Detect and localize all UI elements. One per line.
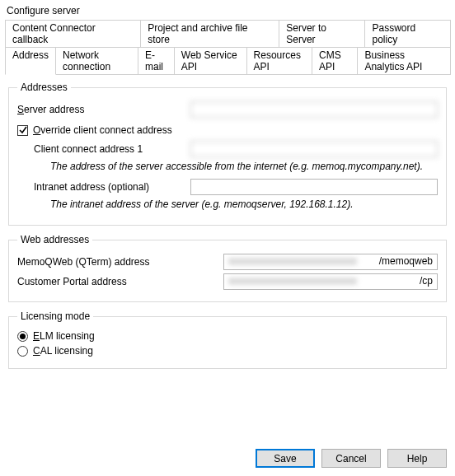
- portal-label: Customer Portal address: [17, 276, 223, 287]
- dialog-buttons: Save Cancel Help: [256, 449, 447, 468]
- radio-icon: [17, 331, 28, 342]
- portal-input[interactable]: [223, 273, 438, 290]
- cal-label: CAL licensing: [33, 345, 93, 357]
- tab-business-analytics-api[interactable]: Business Analytics API: [357, 47, 451, 75]
- tab-server-to-server[interactable]: Server to Server: [279, 20, 365, 48]
- addresses-group: Addresses Server address Override client…: [8, 82, 447, 226]
- addresses-legend: Addresses: [17, 82, 71, 93]
- intranet-input[interactable]: [190, 179, 438, 195]
- help-button[interactable]: Help: [387, 449, 447, 468]
- override-checkbox[interactable]: Override client connect address: [17, 124, 438, 136]
- page-body: Addresses Server address Override client…: [5, 74, 450, 380]
- elm-label: ELM licensing: [33, 330, 95, 342]
- server-address-input[interactable]: [190, 101, 438, 118]
- tab-email[interactable]: E-mail: [138, 47, 175, 75]
- intranet-hint: The intranet address of the server (e.g.…: [50, 198, 438, 210]
- client-connect-input[interactable]: [190, 141, 438, 157]
- save-button[interactable]: Save: [256, 449, 315, 468]
- licensing-legend: Licensing mode: [17, 310, 93, 322]
- tab-resources-api[interactable]: Resources API: [246, 47, 313, 75]
- web-addresses-group: Web addresses MemoQWeb (QTerm) address x…: [8, 234, 447, 302]
- cancel-button[interactable]: Cancel: [321, 449, 381, 468]
- memoqweb-label: MemoQWeb (QTerm) address: [17, 256, 223, 268]
- intranet-label: Intranet address (optional): [34, 181, 190, 193]
- tab-password-policy[interactable]: Password policy: [364, 20, 451, 48]
- licensing-group: Licensing mode ELM licensing CAL licensi…: [8, 310, 447, 369]
- client-connect-hint: The address of the server accessible fro…: [50, 161, 438, 172]
- tab-strip: Content Connector callback Project and a…: [0, 20, 455, 74]
- checkbox-icon: [17, 125, 28, 136]
- elm-radio[interactable]: ELM licensing: [17, 330, 438, 342]
- override-label: Override client connect address: [33, 124, 172, 136]
- tab-content-connector-callback[interactable]: Content Connector callback: [5, 20, 141, 48]
- cal-radio[interactable]: CAL licensing: [17, 345, 438, 357]
- radio-icon: [17, 346, 28, 357]
- client-connect-label: Client connect address 1: [34, 143, 190, 155]
- tab-network-connection[interactable]: Network connection: [55, 47, 138, 75]
- server-address-label: Server address: [17, 104, 190, 115]
- tab-address[interactable]: Address: [5, 47, 56, 75]
- window-title: Configure server: [0, 0, 455, 20]
- memoqweb-input[interactable]: [223, 254, 438, 270]
- tab-cms-api[interactable]: CMS API: [312, 47, 358, 75]
- tab-web-service-api[interactable]: Web Service API: [174, 47, 247, 75]
- tab-project-archive-file-store[interactable]: Project and archive file store: [140, 20, 279, 48]
- web-addresses-legend: Web addresses: [17, 234, 92, 245]
